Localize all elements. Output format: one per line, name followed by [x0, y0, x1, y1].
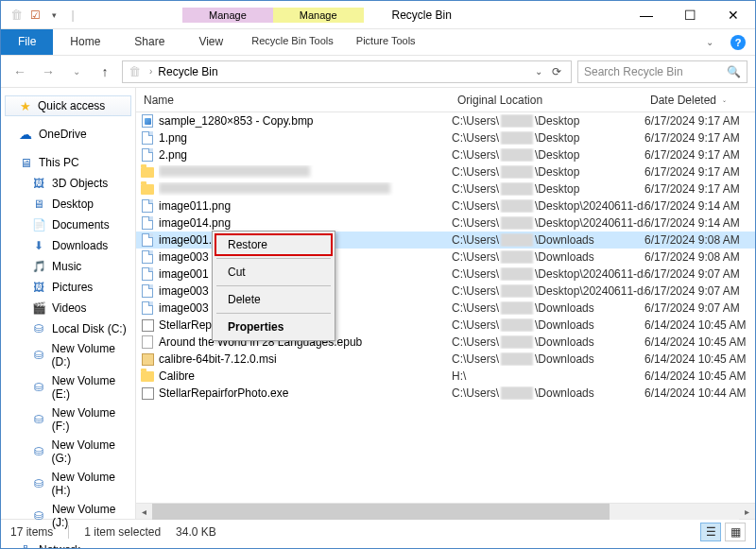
ribbon-recycle-tools-tab[interactable]: Recycle Bin Tools: [240, 29, 345, 55]
file-row[interactable]: 1.pngC:\Users\████\Desktop6/17/2024 9:17…: [136, 129, 755, 146]
sidebar-item[interactable]: ⛁New Volume (G:): [1, 436, 135, 468]
sidebar-item-label: New Volume (E:): [52, 374, 135, 401]
sidebar-item-label: OneDrive: [39, 128, 87, 141]
title-bar: 🗑 ☑ ▾ | Manage Manage Recycle Bin — ☐ ✕: [1, 1, 755, 29]
file-original-location: C:\Users\████\Downloads: [452, 233, 644, 247]
file-original-location: C:\Users\████\Desktop: [452, 131, 644, 145]
column-name[interactable]: Name: [136, 94, 450, 107]
scroll-right-button[interactable]: ▸: [739, 504, 755, 520]
scroll-left-button[interactable]: ◂: [136, 504, 152, 520]
file-original-location: C:\Users\████\Desktop: [452, 182, 644, 196]
close-button[interactable]: ✕: [712, 1, 755, 29]
sidebar-item[interactable]: ⛁New Volume (F:): [1, 403, 135, 436]
view-details-button[interactable]: ☰: [700, 523, 721, 541]
file-row[interactable]: ████████████████████████████████C:\Users…: [136, 163, 755, 180]
star-icon: ★: [19, 99, 32, 112]
context-properties[interactable]: Properties: [215, 316, 333, 338]
context-restore[interactable]: Restore: [215, 233, 333, 256]
refresh-icon[interactable]: ⟳: [548, 65, 565, 78]
file-name: 2.png: [159, 148, 452, 162]
file-original-location: C:\Users\████\Downloads: [452, 250, 644, 264]
minimize-button[interactable]: —: [625, 1, 668, 29]
sidebar-item[interactable]: ⛁New Volume (H:): [1, 468, 135, 500]
ribbon-collapse-icon[interactable]: ⌄: [696, 37, 723, 47]
sidebar-item[interactable]: 🖥Desktop: [1, 194, 135, 214]
file-type-exe-icon: [140, 317, 155, 333]
sidebar-item[interactable]: ⛁New Volume (D:): [1, 339, 135, 371]
file-date-deleted: 6/14/2024 10:45 AM: [644, 318, 755, 332]
sidebar-item[interactable]: ⬇Downloads: [1, 235, 135, 256]
file-date-deleted: 6/17/2024 9:17 AM: [644, 131, 755, 145]
file-original-location: C:\Users\████\Desktop\20240611-data-re..…: [452, 284, 644, 298]
file-date-deleted: 6/17/2024 9:07 AM: [644, 267, 755, 281]
address-dropdown-icon[interactable]: ⌄: [535, 66, 542, 77]
sidebar-item[interactable]: 🎵Music: [1, 256, 135, 277]
column-date-deleted[interactable]: Date Deleted ⌄: [643, 94, 755, 107]
file-row[interactable]: CalibreH:\6/14/2024 10:45 AM: [136, 368, 755, 385]
sidebar-item-label: New Volume (F:): [52, 406, 135, 433]
drive-icon: ⛁: [31, 321, 46, 336]
sidebar-item[interactable]: ⛁Local Disk (C:): [1, 318, 135, 339]
maximize-button[interactable]: ☐: [668, 1, 712, 29]
nav-up-button[interactable]: ↑: [94, 60, 116, 83]
sidebar-item[interactable]: 🖼3D Objects: [1, 173, 135, 194]
horizontal-scrollbar[interactable]: ◂ ▸: [136, 503, 755, 519]
search-icon: 🔍: [727, 65, 741, 78]
search-input[interactable]: Search Recycle Bin 🔍: [577, 60, 747, 83]
sidebar-item[interactable]: 🖼Pictures: [1, 277, 135, 298]
ribbon-view-tab[interactable]: View: [181, 29, 240, 55]
sidebar-item[interactable]: ⛁New Volume (E:): [1, 371, 135, 403]
file-row[interactable]: ████████████████████████████████████████…: [136, 180, 755, 197]
file-row[interactable]: image014.pngC:\Users\████\Desktop\202406…: [136, 214, 755, 232]
nav-recent-dropdown[interactable]: ⌄: [65, 60, 88, 83]
drive-icon: ⛁: [31, 444, 46, 459]
status-selected-count: 1 item selected: [84, 525, 161, 539]
help-icon[interactable]: ?: [730, 35, 746, 50]
sidebar-item-label: Videos: [52, 301, 86, 315]
sidebar-item-this-pc[interactable]: 🖥 This PC: [1, 152, 135, 173]
context-delete[interactable]: Delete: [215, 288, 333, 311]
sidebar-item-label: New Volume (H:): [52, 471, 135, 497]
contextual-tab-recycle[interactable]: Manage: [182, 8, 273, 23]
file-type-png-icon: [140, 232, 155, 248]
sidebar-item[interactable]: 📄Documents: [1, 214, 135, 235]
file-row[interactable]: calibre-64bit-7.12.0.msiC:\Users\████\Do…: [136, 351, 755, 368]
chevron-right-icon[interactable]: ›: [149, 66, 152, 77]
qat-dropdown-icon[interactable]: ▾: [46, 8, 61, 23]
ribbon-picture-tools-tab[interactable]: Picture Tools: [345, 29, 427, 55]
file-name: calibre-64bit-7.12.0.msi: [159, 352, 452, 366]
qat-properties-icon[interactable]: ☑: [27, 8, 43, 23]
view-thumbnails-button[interactable]: ▦: [725, 523, 746, 541]
file-row[interactable]: image011.pngC:\Users\████\Desktop\202406…: [136, 197, 755, 214]
scroll-track[interactable]: [152, 504, 739, 520]
nav-forward-button[interactable]: →: [37, 60, 60, 83]
file-name: image014.png: [159, 216, 452, 230]
ribbon-share-tab[interactable]: Share: [117, 29, 181, 55]
context-cut[interactable]: Cut: [215, 261, 333, 283]
file-name: sample_1280×853 - Copy.bmp: [159, 114, 452, 128]
sidebar-item-label: Desktop: [52, 197, 94, 211]
ribbon-home-tab[interactable]: Home: [53, 29, 117, 55]
navigation-pane: ★ Quick access ☁ OneDrive 🖥 This PC 🖼3D …: [1, 88, 136, 519]
file-type-png-icon: [140, 266, 155, 282]
file-row[interactable]: StellarRepairforPhoto.exeC:\Users\████\D…: [136, 385, 755, 402]
nav-back-button[interactable]: ←: [9, 60, 31, 83]
file-row[interactable]: 2.pngC:\Users\████\Desktop6/17/2024 9:17…: [136, 146, 755, 163]
context-separator: [216, 313, 331, 314]
sidebar-item-network[interactable]: 🖧 Network: [1, 540, 135, 549]
sidebar-item[interactable]: 🎬Videos: [1, 298, 135, 318]
file-row[interactable]: sample_1280×853 - Copy.bmpC:\Users\████\…: [136, 112, 755, 129]
file-date-deleted: 6/17/2024 9:08 AM: [644, 250, 755, 264]
status-separator: [68, 525, 69, 539]
ribbon-file-tab[interactable]: File: [1, 29, 53, 55]
sidebar-item-onedrive[interactable]: ☁ OneDrive: [1, 124, 135, 145]
file-original-location: C:\Users\████\Desktop\20240611-data-re..…: [452, 267, 644, 281]
sidebar-item-quick-access[interactable]: ★ Quick access: [5, 95, 131, 116]
column-original-location[interactable]: Original Location: [450, 94, 643, 107]
scroll-thumb[interactable]: [152, 504, 610, 520]
file-original-location: C:\Users\████\Downloads: [452, 386, 644, 400]
file-original-location: C:\Users\████\Downloads: [452, 318, 644, 332]
address-path[interactable]: 🗑 › Recycle Bin ⌄ ⟳: [122, 60, 572, 83]
address-location[interactable]: Recycle Bin: [158, 65, 217, 78]
contextual-tab-picture[interactable]: Manage: [273, 8, 364, 23]
